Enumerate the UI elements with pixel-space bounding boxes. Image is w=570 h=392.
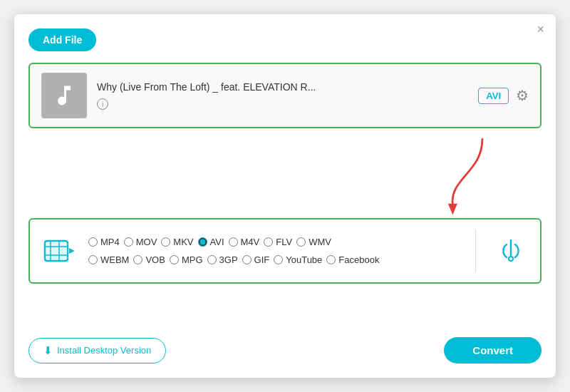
format-flv[interactable]: FLV: [264, 237, 292, 247]
download-icon: ⬇: [43, 344, 53, 357]
bottom-bar: ⬇ Install Desktop Version Convert: [28, 337, 542, 363]
format-facebook[interactable]: Facebook: [326, 254, 379, 265]
video-icon-box: [41, 233, 77, 269]
format-3gp[interactable]: 3GP: [207, 254, 238, 265]
format-gif[interactable]: GIF: [242, 254, 270, 265]
format-options: MP4 MOV MKV AVI M4V FLV WMV WEBM VOB MPG…: [88, 237, 464, 265]
format-row-1: MP4 MOV MKV AVI M4V FLV WMV: [88, 237, 464, 247]
format-avi[interactable]: AVI: [198, 237, 224, 247]
audio-icon-box: [493, 233, 529, 269]
format-badge[interactable]: AVI: [478, 88, 509, 104]
format-mpg[interactable]: MPG: [170, 254, 203, 265]
file-name: Why (Live From The Loft) _ feat. ELEVATI…: [97, 81, 468, 93]
format-mkv[interactable]: MKV: [161, 237, 193, 247]
music-icon: [51, 83, 77, 108]
format-webm[interactable]: WEBM: [88, 254, 129, 265]
close-button[interactable]: ×: [537, 23, 544, 36]
settings-icon[interactable]: ⚙: [516, 87, 529, 104]
divider: [475, 229, 476, 272]
svg-point-9: [509, 257, 512, 260]
video-icon: [43, 235, 75, 267]
arrow-area: [28, 140, 542, 218]
main-dialog: × Add File Why (Live From The Loft) _ fe…: [14, 14, 556, 378]
format-selector: MP4 MOV MKV AVI M4V FLV WMV WEBM VOB MPG…: [28, 218, 542, 284]
install-desktop-button[interactable]: ⬇ Install Desktop Version: [28, 338, 166, 363]
format-vob[interactable]: VOB: [133, 254, 165, 265]
svg-marker-7: [69, 248, 75, 254]
install-button-label: Install Desktop Version: [57, 345, 151, 356]
format-wmv[interactable]: WMV: [296, 237, 331, 247]
add-file-button[interactable]: Add File: [28, 29, 96, 51]
svg-rect-2: [46, 242, 66, 259]
convert-button[interactable]: Convert: [444, 337, 542, 363]
arrow-indicator: [413, 133, 499, 218]
format-row-2: WEBM VOB MPG 3GP GIF YouTube Facebook: [88, 254, 464, 265]
info-icon[interactable]: i: [97, 98, 108, 110]
format-m4v[interactable]: M4V: [229, 237, 260, 247]
format-mov[interactable]: MOV: [124, 237, 157, 247]
format-youtube[interactable]: YouTube: [274, 254, 322, 265]
file-thumbnail: [41, 73, 87, 118]
audio-icon: [497, 237, 524, 264]
svg-marker-0: [448, 204, 457, 215]
format-mp4[interactable]: MP4: [88, 237, 120, 247]
file-actions: AVI ⚙: [478, 87, 529, 104]
file-info: Why (Live From The Loft) _ feat. ELEVATI…: [97, 81, 468, 110]
file-item: Why (Live From The Loft) _ feat. ELEVATI…: [28, 63, 542, 128]
